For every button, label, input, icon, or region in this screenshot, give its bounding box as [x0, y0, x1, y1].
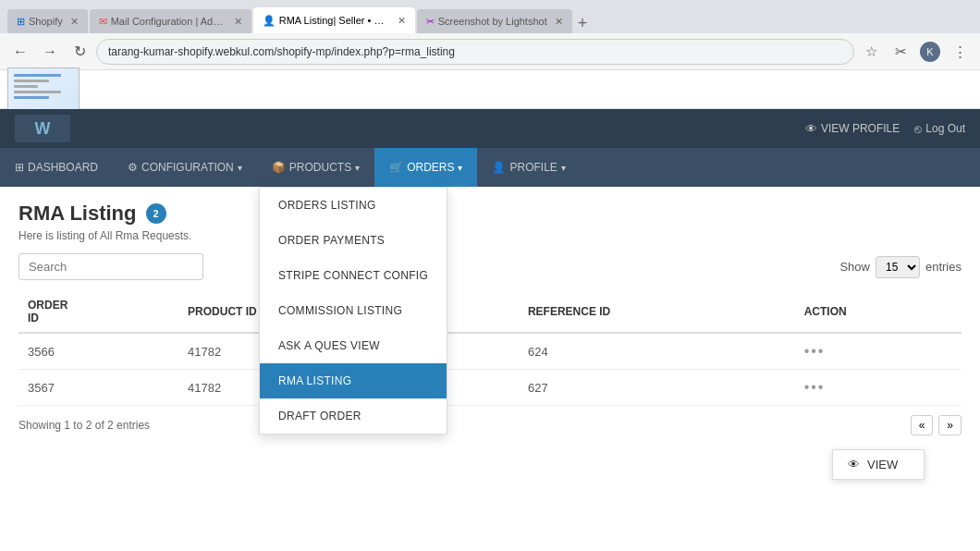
table-row: 3566 41782 624 ••• — [18, 333, 962, 370]
back-button[interactable]: ← — [7, 39, 33, 65]
entries-select[interactable]: 15 25 50 — [876, 256, 920, 278]
nav-item-profile[interactable]: 👤 PROFILE ▾ — [477, 148, 580, 187]
forward-button[interactable]: → — [37, 39, 63, 65]
pagination-next-button[interactable]: » — [938, 415, 962, 435]
reload-button[interactable]: ↻ — [67, 39, 92, 65]
pagination-first-button[interactable]: « — [911, 415, 934, 435]
table-row: 3567 41782 627 ••• — [18, 370, 962, 406]
top-nav-left: W — [15, 115, 70, 142]
data-table: ORDERID PRODUCT ID REFERENCE ID ACTION 3… — [18, 291, 962, 406]
pagination: « » — [911, 415, 962, 435]
dropdown-orders-listing[interactable]: ORDERS LISTING — [260, 188, 447, 223]
dropdown-rma-listing[interactable]: RMA LISTING — [260, 363, 447, 398]
search-input[interactable] — [18, 253, 203, 280]
products-icon: 📦 — [272, 161, 286, 174]
dropdown-commission-listing[interactable]: COMMISSION LISTING — [260, 293, 447, 328]
orders-caret-icon: ▾ — [458, 163, 462, 173]
config-icon: ⚙ — [128, 161, 138, 174]
orders-dropdown-menu: ORDERS LISTING ORDER PAYMENTS STRIPE CON… — [259, 187, 447, 435]
orders-icon: 🛒 — [389, 161, 403, 174]
top-nav: W 👁 VIEW PROFILE ⎋ Log Out — [0, 109, 980, 148]
browser-tab-3[interactable]: 👤 RMA Listing| Seller • Multivendo ✕ — [253, 7, 415, 33]
eye-view-icon: 👁 — [848, 458, 860, 471]
action-cell[interactable]: ••• — [795, 333, 962, 370]
nav-item-dashboard[interactable]: ⊞ DASHBOARD — [0, 148, 113, 187]
browser-tab-1[interactable]: ⊞ Shopify ✕ — [7, 9, 88, 33]
profile-icon: 👤 — [492, 161, 506, 174]
nav-item-configuration[interactable]: ⚙ CONFIGURATION ▾ — [113, 148, 257, 187]
browser-tab-4[interactable]: ✂ Screenshot by Lightshot ✕ — [417, 9, 572, 33]
reference-id-cell: 627 — [519, 370, 795, 406]
star-icon[interactable]: ☆ — [858, 39, 884, 65]
address-bar[interactable] — [96, 39, 854, 65]
app: W 👁 VIEW PROFILE ⎋ Log Out ⊞ DASHBOARD ⚙… — [0, 109, 980, 551]
main-nav: ⊞ DASHBOARD ⚙ CONFIGURATION ▾ 📦 PRODUCTS… — [0, 148, 980, 187]
show-label: Show — [839, 260, 870, 274]
action-dots-2[interactable]: ••• — [804, 379, 826, 395]
toolbar-icons: ☆ ✂ K ⋮ — [858, 39, 973, 65]
bookmarks-thumbnail[interactable] — [7, 67, 80, 112]
dropdown-order-payments[interactable]: ORDER PAYMENTS — [260, 223, 447, 258]
profile-caret-icon: ▾ — [561, 163, 566, 173]
dropdown-draft-order[interactable]: DRAFT ORDER — [260, 398, 447, 434]
page-content: RMA Listing 2 Here is listing of All Rma… — [0, 187, 980, 551]
browser-chrome: ⊞ Shopify ✕ ✉ Mail Configuration | Admin… — [0, 0, 980, 109]
products-caret-icon: ▾ — [355, 163, 360, 173]
order-id-cell: 3567 — [18, 370, 178, 406]
table-footer: Showing 1 to 2 of 2 entries « » — [18, 406, 962, 445]
nav-item-products[interactable]: 📦 PRODUCTS ▾ — [257, 148, 374, 187]
page-header: RMA Listing 2 Here is listing of All Rma… — [18, 202, 962, 242]
col-action: ACTION — [795, 291, 962, 333]
top-nav-right: 👁 VIEW PROFILE ⎋ Log Out — [805, 122, 965, 136]
browser-tab-2[interactable]: ✉ Mail Configuration | Admin ✕ — [90, 9, 251, 33]
col-order-id: ORDERID — [18, 291, 178, 333]
page-subtitle: Here is listing of All Rma Requests. — [18, 229, 962, 242]
show-entries: Show 15 25 50 entries — [839, 256, 962, 278]
rma-badge: 2 — [146, 203, 166, 224]
page-title-row: RMA Listing 2 — [18, 202, 962, 226]
log-out-button[interactable]: ⎋ Log Out — [914, 122, 965, 136]
table-controls: Show 15 25 50 entries — [18, 253, 962, 280]
view-dropdown-item[interactable]: 👁 VIEW — [833, 450, 924, 479]
extension-icon[interactable]: ✂ — [888, 39, 913, 65]
col4-cell — [468, 333, 519, 370]
col-4 — [468, 291, 519, 333]
user-profile-icon[interactable]: K — [917, 39, 943, 65]
view-profile-button[interactable]: 👁 VIEW PROFILE — [805, 122, 900, 136]
eye-icon: 👁 — [805, 122, 817, 136]
showing-text: Showing 1 to 2 of 2 entries — [18, 419, 150, 432]
col-reference-id: REFERENCE ID — [519, 291, 795, 333]
nav-item-orders[interactable]: 🛒 ORDERS ▾ — [374, 148, 477, 187]
dropdown-stripe-connect[interactable]: STRIPE CONNECT CONFIG — [260, 258, 447, 293]
entries-label: entries — [925, 260, 962, 274]
order-id-cell: 3566 — [18, 333, 178, 370]
new-tab-button[interactable]: + — [572, 14, 594, 33]
action-dots-1[interactable]: ••• — [804, 343, 826, 359]
table-header-row: ORDERID PRODUCT ID REFERENCE ID ACTION — [18, 291, 962, 333]
view-action-dropdown: 👁 VIEW — [832, 449, 925, 480]
config-caret-icon: ▾ — [238, 163, 242, 173]
logout-icon: ⎋ — [914, 122, 922, 136]
menu-icon[interactable]: ⋮ — [947, 39, 973, 65]
col4-cell — [468, 370, 519, 406]
dashboard-icon: ⊞ — [15, 161, 24, 174]
action-cell[interactable]: ••• — [795, 370, 962, 406]
dropdown-ask-a-ques-view[interactable]: ASK A QUES VIEW — [260, 328, 447, 363]
page-title: RMA Listing — [18, 202, 137, 226]
app-logo: W — [15, 115, 70, 142]
reference-id-cell: 624 — [519, 333, 795, 370]
